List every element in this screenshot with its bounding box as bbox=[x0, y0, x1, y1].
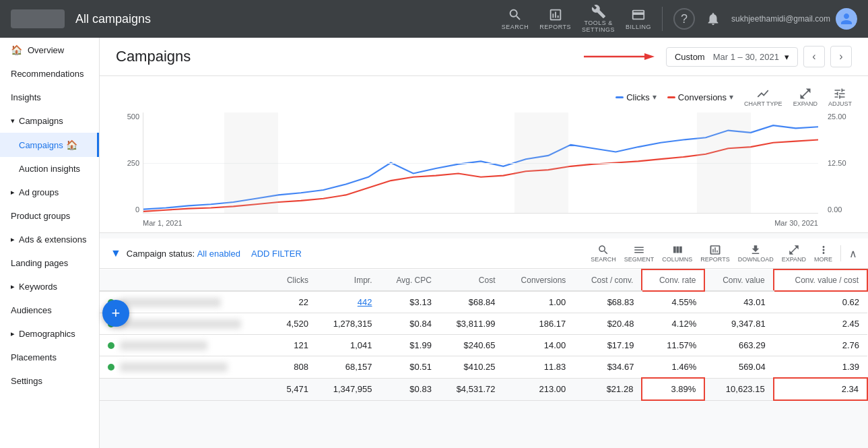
page-header-title: All campaigns bbox=[75, 12, 151, 26]
td-campaign-3 bbox=[100, 335, 273, 356]
td-avgcpc-3: $1.99 bbox=[380, 335, 440, 356]
sidebar-section-ads[interactable]: ▸ Ads & extensions bbox=[0, 228, 99, 251]
chart-adjust-button[interactable]: ADJUST bbox=[828, 87, 852, 107]
chart-area bbox=[143, 113, 818, 214]
x-label-start: Mar 1, 2021 bbox=[143, 219, 182, 227]
sidebar-item-placements[interactable]: Placements bbox=[0, 346, 99, 369]
billing-nav-label: BILLING bbox=[626, 24, 651, 30]
td-convvalue-1: 43.01 bbox=[704, 291, 773, 313]
date-prev-button[interactable]: ‹ bbox=[803, 46, 825, 67]
notifications-button[interactable] bbox=[706, 11, 721, 26]
chart-y-left-axis: 500 250 0 bbox=[116, 113, 139, 214]
table-expand-button[interactable]: EXPAND bbox=[782, 244, 806, 263]
td-clicks-1: 22 bbox=[273, 291, 316, 313]
page-header: Campaigns Custom Mar 1 – 30, 2021 ▾ ‹ › bbox=[100, 38, 868, 76]
impr-link-1[interactable]: 442 bbox=[358, 297, 372, 307]
table-download-button[interactable]: DOWNLOAD bbox=[738, 244, 774, 263]
td-cost-2: $3,811.99 bbox=[440, 313, 504, 335]
td-costconv-4: $34.67 bbox=[574, 356, 642, 379]
td-convvalue-2: 9,347.81 bbox=[704, 313, 773, 335]
chart-y-right-axis: 25.00 12.50 0.00 bbox=[825, 113, 852, 214]
th-conversions: Conversions bbox=[503, 269, 574, 291]
sidebar-item-campaigns[interactable]: Campaigns 🏠 bbox=[0, 133, 99, 157]
sidebar-item-settings[interactable]: Settings bbox=[0, 369, 99, 393]
sidebar-item-auction-insights[interactable]: Auction insights bbox=[0, 157, 99, 181]
chart-x-labels: Mar 1, 2021 Mar 30, 2021 bbox=[143, 219, 818, 227]
table-search-button[interactable]: SEARCH bbox=[591, 244, 616, 263]
date-navigation: Custom Mar 1 – 30, 2021 ▾ ‹ › bbox=[577, 46, 852, 67]
date-selector[interactable]: Custom Mar 1 – 30, 2021 ▾ bbox=[666, 47, 798, 67]
table-more-label: MORE bbox=[814, 256, 832, 263]
adgroups-chevron: ▸ bbox=[11, 188, 15, 197]
y-left-mid: 250 bbox=[116, 159, 139, 167]
sidebar-section-campaigns[interactable]: ▾ Campaigns bbox=[0, 109, 99, 133]
y-left-bot: 0 bbox=[116, 205, 139, 214]
td-avgcpc-4: $0.51 bbox=[380, 356, 440, 379]
td-convvaluecost-4: 1.39 bbox=[774, 356, 867, 379]
fab-icon: + bbox=[112, 305, 121, 322]
ads-chevron: ▸ bbox=[11, 235, 15, 244]
sidebar-item-insights[interactable]: Insights bbox=[0, 86, 99, 109]
table-reports-button[interactable]: REPORTS bbox=[700, 244, 729, 263]
td-total-label bbox=[100, 378, 273, 400]
campaign-name-cell-3 bbox=[108, 341, 265, 350]
search-nav-item[interactable]: SEARCH bbox=[502, 7, 529, 30]
chart-type-label: CHART TYPE bbox=[744, 100, 782, 107]
campaign-name-cell-2 bbox=[108, 319, 265, 329]
reports-nav-item[interactable]: REPORTS bbox=[539, 7, 571, 30]
shaded-region-2 bbox=[514, 113, 568, 213]
chart-type-button[interactable]: CHART TYPE bbox=[744, 87, 782, 107]
table-row: 808 68,157 $0.51 $410.25 11.83 $34.67 1.… bbox=[100, 356, 867, 379]
sidebar-item-audiences[interactable]: Audiences bbox=[0, 298, 99, 322]
date-next-button[interactable]: › bbox=[830, 46, 852, 67]
sidebar-item-overview[interactable]: 🏠 Overview bbox=[0, 38, 99, 62]
td-total-conversions: 213.00 bbox=[503, 378, 574, 400]
conversions-legend-label: Conversions bbox=[678, 92, 727, 102]
td-conversions-4: 11.83 bbox=[503, 356, 574, 379]
th-campaign bbox=[100, 269, 273, 291]
table-collapse-button[interactable]: ∧ bbox=[849, 247, 857, 260]
add-filter-button[interactable]: ADD FILTER bbox=[251, 249, 302, 259]
table-row: 121 1,041 $1.99 $240.65 14.00 $17.19 11.… bbox=[100, 335, 867, 356]
sidebar: 🏠 Overview Recommendations Insights ▾ Ca… bbox=[0, 38, 100, 448]
user-avatar bbox=[836, 8, 857, 30]
table-row: 22 442 $3.13 $68.84 1.00 $68.83 4.55% 43… bbox=[100, 291, 867, 313]
chart-expand-button[interactable]: EXPAND bbox=[793, 87, 817, 107]
td-avgcpc-2: $0.84 bbox=[380, 313, 440, 335]
chart-adjust-label: ADJUST bbox=[828, 100, 852, 107]
conversions-dropdown-icon[interactable]: ▾ bbox=[729, 92, 733, 102]
table-row: 4,520 1,278,315 $0.84 $3,811.99 186.17 $… bbox=[100, 313, 867, 335]
content-area: Campaigns Custom Mar 1 – 30, 2021 ▾ ‹ › bbox=[100, 38, 868, 448]
nav-icons: SEARCH REPORTS TOOLS &SETTINGS BILLING ?… bbox=[502, 4, 857, 34]
td-impr-1: 442 bbox=[316, 291, 380, 313]
sidebar-section-adgroups[interactable]: ▸ Ad groups bbox=[0, 181, 99, 204]
chart-section: Clicks ▾ Conversions ▾ CHART TYPE EX bbox=[100, 76, 868, 233]
sidebar-item-product-groups[interactable]: Product groups bbox=[0, 204, 99, 228]
sidebar-section-keywords[interactable]: ▸ Keywords bbox=[0, 275, 99, 298]
table-more-button[interactable]: MORE bbox=[814, 244, 832, 263]
sidebar-item-recommendations[interactable]: Recommendations bbox=[0, 62, 99, 86]
conversions-legend[interactable]: Conversions ▾ bbox=[667, 92, 733, 102]
y-right-bot: 0.00 bbox=[828, 205, 852, 214]
tools-nav-item[interactable]: TOOLS &SETTINGS bbox=[582, 4, 615, 34]
y-left-top: 500 bbox=[116, 113, 139, 121]
th-cost: Cost bbox=[440, 269, 504, 291]
campaign-name-cell-1 bbox=[108, 298, 265, 307]
clicks-dropdown-icon[interactable]: ▾ bbox=[653, 92, 657, 102]
table-columns-button[interactable]: COLUMNS bbox=[662, 244, 692, 263]
sidebar-item-landing-pages[interactable]: Landing pages bbox=[0, 251, 99, 275]
shaded-region-3 bbox=[697, 113, 751, 213]
clicks-legend[interactable]: Clicks ▾ bbox=[615, 92, 657, 102]
td-convrate-2: 4.12% bbox=[642, 313, 704, 335]
billing-nav-item[interactable]: BILLING bbox=[626, 7, 651, 30]
table-segment-button[interactable]: SEGMENT bbox=[624, 244, 655, 263]
table-total-row: 5,471 1,347,955 $0.83 $4,531.72 213.00 $… bbox=[100, 378, 867, 400]
fab-button[interactable]: + bbox=[102, 300, 129, 327]
table-download-label: DOWNLOAD bbox=[738, 256, 774, 263]
user-section[interactable]: sukhjeethamidi@gmail.com bbox=[731, 8, 857, 30]
td-total-avgcpc: $0.83 bbox=[380, 378, 440, 400]
help-button[interactable]: ? bbox=[673, 8, 695, 30]
td-convrate-3: 11.57% bbox=[642, 335, 704, 356]
keywords-chevron: ▸ bbox=[11, 282, 15, 291]
sidebar-section-demographics[interactable]: ▸ Demographics bbox=[0, 322, 99, 346]
